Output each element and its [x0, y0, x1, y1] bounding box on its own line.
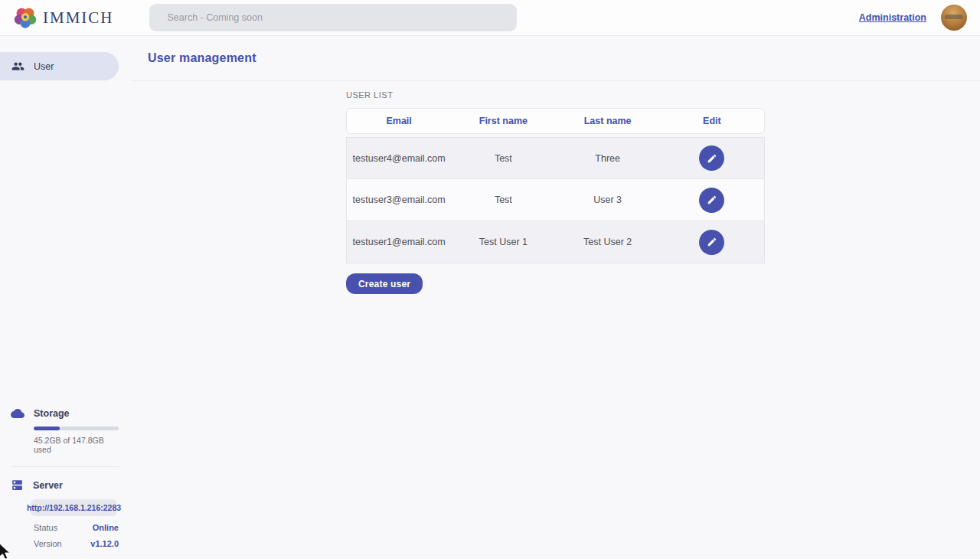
server-url-chip: http://192.168.1.216:2283: [31, 499, 117, 516]
page-header: User management: [131, 36, 980, 81]
create-user-button[interactable]: Create user: [346, 273, 423, 294]
cell-first-name: Test: [451, 153, 555, 164]
cell-first-name: Test User 1: [451, 237, 555, 247]
table-row: testuser1@email.com Test User 1 Test Use…: [346, 221, 765, 263]
table-row: testuser4@email.com Test Three: [346, 137, 765, 179]
search-input[interactable]: [149, 4, 517, 31]
status-label: Status: [34, 523, 57, 532]
main-content: User management USER LIST Email First na…: [131, 36, 980, 559]
topbar-right: Administration: [859, 5, 967, 31]
table-body: testuser4@email.com Test Three testuser3…: [346, 137, 765, 263]
cell-edit: [660, 145, 764, 171]
immich-admin-app: IMMICH Administration User Storage: [0, 0, 980, 559]
status-value: Online: [93, 523, 119, 532]
server-section-header: Server: [11, 479, 119, 492]
edit-user-button[interactable]: [699, 145, 724, 171]
sidebar-bottom: Storage 45.2GB of 147.8GB used Server ht…: [0, 407, 131, 559]
table-header-row: Email First name Last name Edit: [346, 108, 765, 134]
version-label: Version: [34, 539, 62, 548]
sidebar-item-user-label: User: [34, 61, 54, 72]
cell-email: testuser4@email.com: [347, 153, 451, 164]
sidebar-item-user[interactable]: User: [0, 52, 119, 80]
column-header-email: Email: [347, 116, 451, 126]
edit-user-button[interactable]: [699, 188, 724, 213]
storage-usage-text: 45.2GB of 147.8GB used: [34, 436, 119, 454]
users-group-icon: [11, 60, 24, 73]
storage-title: Storage: [34, 408, 70, 419]
cell-last-name: Three: [556, 153, 660, 164]
immich-flower-icon: [14, 6, 37, 29]
brand-title: IMMICH: [43, 8, 114, 28]
server-title: Server: [33, 480, 63, 491]
pencil-icon: [707, 237, 717, 247]
storage-progress-bar: [34, 427, 119, 430]
cell-email: testuser1@email.com: [347, 237, 451, 247]
pencil-icon: [707, 195, 717, 205]
server-version-row: Version v1.12.0: [34, 539, 119, 548]
table-row: testuser3@email.com Test User 3: [346, 179, 765, 221]
section-label: USER LIST: [346, 90, 765, 100]
page-title: User management: [148, 51, 256, 65]
storage-progress-fill: [34, 427, 60, 430]
user-list-section: USER LIST Email First name Last name Edi…: [346, 90, 765, 294]
sidebar: User Storage 45.2GB of 147.8GB used Serv…: [0, 36, 131, 559]
cell-last-name: Test User 2: [556, 237, 660, 247]
edit-user-button[interactable]: [699, 230, 724, 255]
server-status-row: Status Online: [34, 523, 119, 532]
cell-last-name: User 3: [556, 195, 660, 205]
version-value: v1.12.0: [90, 539, 119, 548]
column-header-last-name: Last name: [556, 116, 660, 126]
user-avatar[interactable]: [941, 5, 967, 31]
topbar: IMMICH Administration: [0, 0, 980, 36]
column-header-first-name: First name: [451, 116, 555, 126]
sidebar-divider: [11, 466, 119, 467]
cell-first-name: Test: [451, 195, 555, 205]
server-icon: [11, 479, 24, 492]
storage-section-header: Storage: [11, 407, 119, 420]
column-header-edit: Edit: [660, 116, 764, 126]
cell-edit: [660, 188, 764, 213]
cell-email: testuser3@email.com: [347, 195, 451, 205]
pencil-icon: [707, 153, 717, 164]
cloud-icon: [11, 407, 24, 420]
cell-edit: [660, 230, 764, 255]
administration-link[interactable]: Administration: [859, 12, 926, 23]
brand-logo[interactable]: IMMICH: [14, 6, 114, 29]
